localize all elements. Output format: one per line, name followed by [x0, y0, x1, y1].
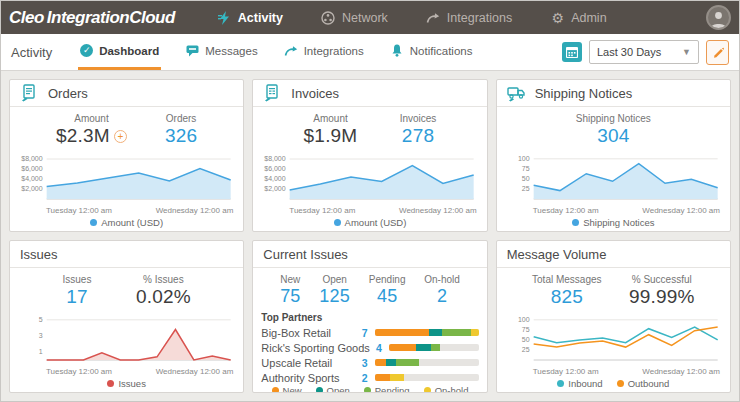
current-issues-legend: New Open Pending On-hold — [261, 385, 478, 393]
invoices-panel: Invoices Amount $1.9M Invoices 278 $8,00… — [252, 79, 487, 232]
stat-label: Issues — [63, 274, 92, 285]
invoices-panel-header: Invoices — [253, 80, 486, 107]
orders-chart: $8,000$6,000$4,000$2,000 Tuesday 12:00 a… — [18, 149, 235, 229]
partner-name: Rick's Sporting Goods — [261, 342, 369, 354]
legend-item: On-hold — [424, 385, 469, 393]
stat-value: 75 — [280, 286, 300, 307]
legend-label: Outbound — [628, 378, 670, 389]
x-label-start: Tuesday 12:00 am — [289, 206, 355, 215]
stat-shipping-notices: Shipping Notices 304 — [576, 113, 651, 147]
issues-legend: Issues — [18, 378, 235, 390]
nav-item-label: Integrations — [447, 11, 512, 25]
x-label-end: Wednesday 12:00 am — [156, 206, 234, 215]
nav-item-label: Network — [342, 11, 388, 25]
legend-dot — [557, 380, 564, 387]
stat-label: Invoices — [400, 113, 437, 124]
svg-text:25: 25 — [522, 346, 530, 353]
user-avatar[interactable] — [706, 5, 731, 30]
bar-segment-new — [389, 344, 416, 351]
calendar-button[interactable] — [562, 42, 582, 62]
edit-dashboard-button[interactable] — [706, 40, 729, 65]
current-issues-stats: New 75 Open 125 Pending 45 On-hold 2 — [261, 270, 478, 309]
svg-text:5: 5 — [39, 316, 43, 323]
partner-count: 3 — [354, 357, 368, 369]
issues-plot: 531 — [18, 310, 235, 368]
tab-integrations[interactable]: Integrations — [282, 34, 366, 70]
partner-row: Upscale Retail 3 — [261, 355, 478, 370]
stat-value: 99.99% — [629, 286, 695, 308]
tab-label: Dashboard — [99, 45, 159, 57]
orders-stats: Amount $2.3M + Orders 326 — [18, 109, 235, 149]
tabs: ✓ Dashboard Messages Integrations Notif — [78, 34, 474, 70]
partner-row: Authority Sports 2 — [261, 370, 478, 385]
invoices-plot: $8,000$6,000$4,000$2,000 — [261, 149, 478, 207]
invoice-document-icon — [263, 84, 283, 102]
date-range-select[interactable]: Last 30 Days ▼ — [589, 40, 699, 64]
stat-total-messages: Total Messages 825 — [532, 274, 601, 308]
message-volume-panel-header: Message Volume — [497, 241, 730, 268]
stat-label: Shipping Notices — [576, 113, 651, 124]
legend-item: Pending — [364, 385, 410, 393]
legend-label: Shipping Notices — [583, 217, 654, 228]
app-window: CleoIntegrationCloud Activity Network In… — [0, 0, 740, 402]
svg-text:75: 75 — [522, 165, 530, 172]
bar-segment-onhold — [471, 329, 478, 336]
shipping-panel-body: Shipping Notices 304 100755025 Tuesday 1… — [497, 107, 730, 232]
stat-value: 304 — [576, 125, 651, 147]
network-hub-icon — [321, 10, 336, 25]
legend-item: New — [272, 385, 302, 393]
stat-label: New — [280, 274, 300, 285]
nav-item-activity[interactable]: Activity — [217, 10, 283, 25]
current-issues-panel-header: Current Issues — [253, 241, 486, 268]
activity-bolt-icon — [217, 10, 232, 25]
orders-panel-header: Orders — [10, 80, 243, 107]
stat-pct-issues: % Issues 0.02% — [136, 274, 191, 308]
tab-label: Integrations — [304, 45, 364, 57]
plus-badge[interactable]: + — [114, 130, 127, 143]
pencil-icon — [712, 46, 724, 58]
stat-label: Orders — [165, 113, 197, 124]
tabbar-controls: Last 30 Days ▼ — [562, 34, 729, 70]
issues-panel: Issues Issues 17 % Issues 0.02% 531 — [9, 240, 244, 393]
issues-stats: Issues 17 % Issues 0.02% — [18, 270, 235, 310]
partner-count: 7 — [354, 327, 368, 339]
legend-dot — [107, 380, 114, 387]
tab-messages[interactable]: Messages — [183, 34, 259, 70]
svg-text:$4,000: $4,000 — [265, 175, 287, 182]
cleo-logo: CleoIntegrationCloud — [9, 8, 175, 28]
tab-dashboard[interactable]: ✓ Dashboard — [78, 34, 161, 70]
legend-dot — [316, 387, 323, 393]
tab-notifications[interactable]: Notifications — [388, 34, 475, 70]
partner-stacked-bar — [375, 329, 479, 336]
stat-label: On-hold — [424, 274, 460, 285]
legend-item: Shipping Notices — [572, 217, 654, 228]
bar-segment-new — [375, 374, 391, 381]
shipping-notices-panel: Shipping Notices Shipping Notices 304 10… — [496, 79, 731, 232]
panel-title: Orders — [48, 86, 88, 101]
stat-issues: Issues 17 — [63, 274, 92, 308]
tab-label: Notifications — [410, 45, 473, 57]
svg-text:75: 75 — [522, 326, 530, 333]
nav-item-admin[interactable]: ⚙ Admin — [550, 10, 606, 25]
activity-tabbar: Activity ✓ Dashboard Messages Integratio… — [1, 34, 739, 71]
partner-name: Upscale Retail — [261, 357, 353, 369]
stat-value: 45 — [369, 286, 406, 307]
invoices-stats: Amount $1.9M Invoices 278 — [261, 109, 478, 149]
legend-label: New — [283, 385, 302, 393]
nav-item-network[interactable]: Network — [321, 10, 388, 25]
order-document-icon — [20, 84, 40, 102]
shipping-chart: 100755025 Tuesday 12:00 am Wednesday 12:… — [505, 149, 722, 229]
stat-label: Open — [319, 274, 350, 285]
legend-label: Open — [327, 385, 350, 393]
stat-label: Pending — [369, 274, 406, 285]
partner-stacked-bar — [375, 359, 479, 366]
nav-item-integrations[interactable]: Integrations — [426, 10, 512, 25]
partner-stacked-bar — [389, 344, 479, 351]
stat-label: Amount — [56, 113, 127, 124]
orders-panel-body: Amount $2.3M + Orders 326 $8,000$6,000$4… — [10, 107, 243, 232]
section-label: Activity — [11, 45, 52, 60]
x-label-start: Tuesday 12:00 am — [46, 206, 112, 215]
chevron-down-icon: ▼ — [682, 47, 691, 57]
panel-title: Message Volume — [507, 247, 607, 262]
current-issues-panel: Current Issues New 75 Open 125 Pending 4… — [252, 240, 487, 393]
